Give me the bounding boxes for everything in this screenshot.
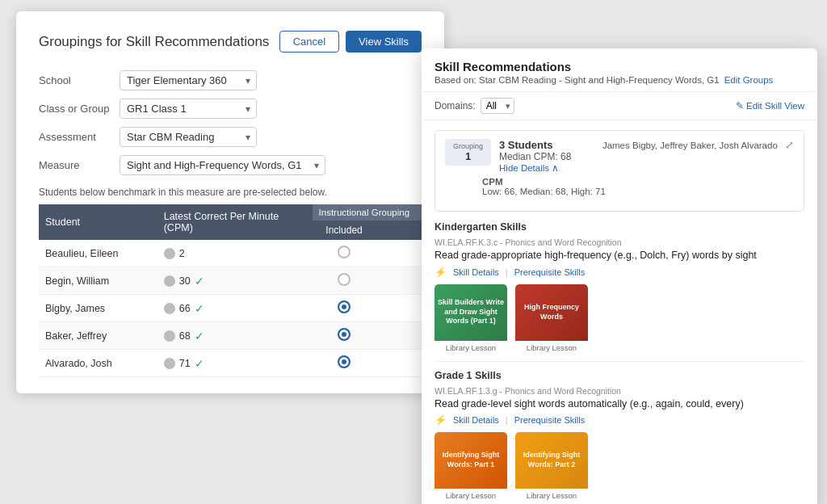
table-row: Bigby, James66✓ [39,295,422,322]
student-cpm: 68✓ [157,322,313,350]
school-row: School Tiger Elementary 360 [39,70,422,90]
skill-desc-g1: Read grade-level sight words automatical… [434,397,804,412]
skill-icon-g1: ⚡ [434,414,447,426]
skill-panel-subtitle: Based on: Star CBM Reading - Sight and H… [434,75,804,85]
skill-card-label-4: Library Lesson [515,489,588,502]
skill-card-img-2: High Frequency Words [515,284,588,341]
grade1-section: Grade 1 Skills WI.ELA.RF.1.3.g - Phonics… [434,370,804,503]
domains-wrapper: All [481,98,514,114]
skill-panel: Skill Recommendations Based on: Star CBM… [422,48,817,504]
school-select-wrapper: Tiger Elementary 360 [120,70,257,90]
edit-groups-link[interactable]: Edit Groups [724,75,774,85]
skill-cards-kg: Skill Builders Write and Draw Sight Word… [434,284,804,355]
grouping-left: Grouping 1 3 Students Median CPM: 68 Hid… [445,139,571,174]
student-included[interactable] [313,295,376,322]
table-row: Baker, Jeffrey68✓ [39,322,422,350]
student-cpm: 71✓ [157,350,313,377]
skill-details-link-g1[interactable]: Skill Details [453,415,499,425]
cpm-value: 66 [179,303,191,314]
class-row: Class or Group GR1 Class 1 [39,99,422,119]
skill-card-1: Skill Builders Write and Draw Sight Word… [434,284,507,355]
header-buttons: Cancel View Skills [279,31,422,52]
cpm-value: 71 [179,358,191,369]
measure-label: Measure [39,159,120,171]
domains-select[interactable]: All [481,98,514,114]
hide-details-link[interactable]: Hide Details ∧ [499,163,559,173]
radio-button[interactable] [338,246,351,258]
cpm-dot [164,303,175,314]
student-included[interactable] [313,350,376,377]
section-title-kg: Kindergarten Skills [434,221,804,233]
skill-card-3: Identifying Sight Words: Part 1 Library … [434,432,507,502]
th-included: Included [313,220,376,240]
skill-standard-kg: WI.ELA.RF.K.3.c - Phonics and Word Recog… [434,237,804,247]
grouping-number: Grouping 1 [445,139,491,166]
skill-panel-subtitle-text: Based on: Star CBM Reading - Sight and H… [434,75,720,85]
student-cpm: 30✓ [157,267,313,295]
check-icon: ✓ [195,302,204,315]
school-select[interactable]: Tiger Elementary 360 [120,70,257,90]
th-student: Student [39,204,157,240]
skill-card-img-4: Identifying Sight Words: Part 2 [515,432,588,489]
radio-button[interactable] [338,355,351,368]
separator-kg: | [506,267,508,277]
skill-card-img-1: Skill Builders Write and Draw Sight Word… [434,284,507,341]
th-instructional-grouping: Instructional Grouping [313,204,422,220]
assessment-label: Assessment [39,131,120,143]
grouping-cpm: CPM Low: 66, Median: 68, High: 71 [445,177,794,196]
main-title: Groupings for Skill Recommendations [39,34,269,50]
check-icon: ✓ [195,357,204,370]
school-label: School [39,74,120,86]
edit-skill-view-link[interactable]: ✎ Edit Skill View [736,100,804,111]
assessment-select[interactable]: Star CBM Reading [120,127,257,147]
domains-label: Domains: [434,100,476,111]
cpm-value: 30 [179,275,191,287]
student-extra [376,322,422,350]
table-header-row-1: Student Latest Correct Per Minute (CPM) … [39,204,422,220]
grouping-card-header: Grouping 1 3 Students Median CPM: 68 Hid… [445,139,794,174]
view-skills-button[interactable]: View Skills [346,31,422,52]
card-text-2: High Frequency Words [518,303,585,321]
th-cpm: Latest Correct Per Minute (CPM) [157,204,313,240]
skill-card-label-3: Library Lesson [434,489,507,502]
skill-details-link-kg[interactable]: Skill Details [453,267,499,277]
student-extra [376,267,422,295]
grouping-label-text: Grouping [453,142,483,150]
prerequisite-link-g1[interactable]: Prerequisite Skills [514,415,585,425]
radio-button[interactable] [338,300,351,313]
skill-links-kg: ⚡ Skill Details | Prerequisite Skills [434,267,804,278]
student-included[interactable] [313,322,376,350]
skill-card-img-3: Identifying Sight Words: Part 1 [434,432,507,489]
table-row: Begin, William30✓ [39,267,422,295]
card-text-4: Identifying Sight Words: Part 2 [518,451,585,469]
radio-button[interactable] [338,328,351,341]
student-included[interactable] [313,267,376,295]
student-table: Student Latest Correct Per Minute (CPM) … [39,204,422,377]
main-header: Groupings for Skill Recommendations Canc… [39,31,422,52]
check-icon: ✓ [195,330,204,342]
skill-desc-kg: Read grade-appropriate high-frequency (e… [434,249,804,263]
section-separator [434,361,804,362]
radio-button[interactable] [338,273,351,286]
table-row: Alvarado, Josh71✓ [39,350,422,377]
cancel-button[interactable]: Cancel [279,31,339,52]
grouping-badge: Grouping 1 [445,139,491,166]
cpm-dot [164,358,175,369]
measure-select[interactable]: Sight and High-Frequency Words, G1 [120,155,325,175]
table-row: Beaulieu, Eileen2 [39,240,422,267]
measure-row: Measure Sight and High-Frequency Words, … [39,155,422,175]
domains-control: Domains: All [434,98,514,114]
expand-icon[interactable]: ⤢ [785,139,794,151]
class-select-wrapper: GR1 Class 1 [120,99,257,119]
skill-panel-title: Skill Recommendations [434,60,804,74]
skill-icon-kg: ⚡ [434,267,447,278]
class-select[interactable]: GR1 Class 1 [120,99,257,119]
prerequisite-link-kg[interactable]: Prerequisite Skills [514,267,585,277]
skill-links-g1: ⚡ Skill Details | Prerequisite Skills [434,414,804,426]
cpm-value: 2 [179,248,185,259]
student-cpm: 66✓ [157,295,313,322]
student-name: Bigby, James [39,295,157,322]
cpm-dot [164,248,175,259]
section-title-g1: Grade 1 Skills [434,370,804,381]
student-included[interactable] [313,240,376,267]
